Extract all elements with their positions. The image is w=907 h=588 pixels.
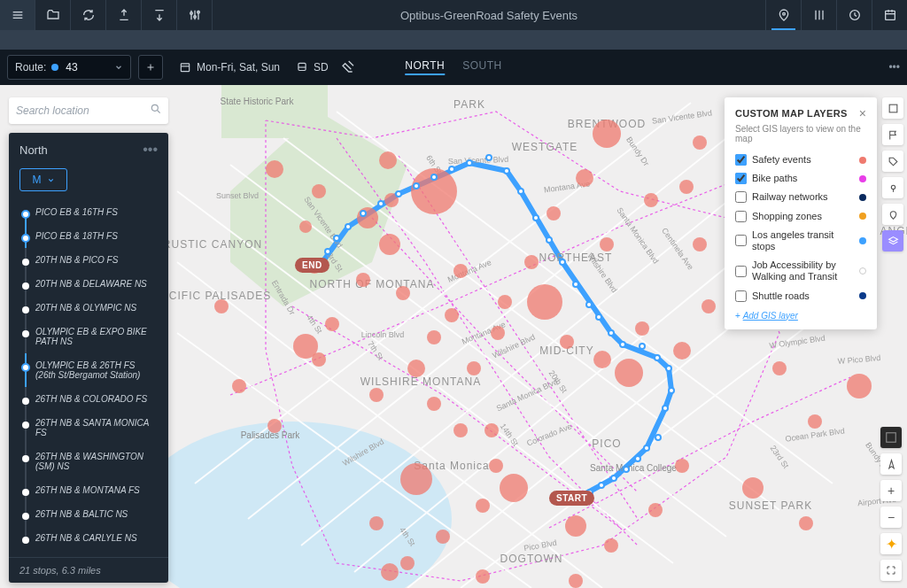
stop-item[interactable]: 26TH NB & SANTA MONICA FS — [19, 411, 158, 445]
pegman-button[interactable]: ✦ — [880, 533, 902, 554]
layer-checkbox[interactable] — [735, 173, 747, 184]
direction-letter-dropdown[interactable]: M — [19, 168, 67, 191]
stop-item[interactable]: 20TH NB & PICO FS — [19, 248, 158, 272]
route-stop-marker[interactable] — [572, 281, 579, 288]
route-stop-marker[interactable] — [517, 188, 524, 195]
stop-item[interactable]: 26TH NB & WASHINGTON (SM) NS — [19, 445, 158, 478]
layers-close-button[interactable]: × — [859, 106, 866, 120]
route-stop-marker[interactable] — [532, 214, 539, 221]
route-stop-marker[interactable] — [610, 475, 617, 482]
layer-label[interactable]: Bike paths — [752, 173, 854, 184]
add-gis-layer-link[interactable]: + Add GIS layer — [735, 311, 866, 321]
route-stop-marker[interactable] — [665, 365, 672, 372]
tool-crop[interactable] — [882, 97, 903, 119]
days-selector[interactable]: Mon-Fri, Sat, Sun — [179, 61, 280, 74]
route-stop-marker[interactable] — [466, 159, 473, 166]
settings-button[interactable] — [177, 0, 213, 30]
layer-checkbox[interactable] — [735, 191, 747, 203]
route-stop-marker[interactable] — [623, 466, 630, 473]
history-button[interactable] — [836, 0, 872, 30]
sd-selector[interactable]: SD — [296, 61, 329, 74]
map-canvas[interactable]: State Historic ParkPARKBRENTWOODWESTGATE… — [0, 85, 907, 588]
route-stop-marker[interactable] — [643, 445, 650, 452]
layer-label[interactable]: Safety events — [752, 154, 854, 166]
layer-label[interactable]: Railway networks — [752, 191, 854, 203]
start-badge: START — [549, 491, 594, 506]
stop-item[interactable]: OLYMPIC EB & 26TH FS (26th St/Bergamot S… — [19, 353, 158, 387]
route-stop-marker[interactable] — [485, 154, 492, 161]
fullscreen-button[interactable] — [880, 560, 902, 581]
stop-item[interactable]: PICO EB & 16TH FS — [19, 200, 158, 224]
route-view-button[interactable] — [801, 0, 836, 30]
route-stop-marker[interactable] — [619, 341, 626, 348]
stop-item[interactable]: 26TH NB & CARLYLE NS — [19, 526, 158, 550]
tab-north[interactable]: NORTH — [405, 59, 445, 75]
add-route-button[interactable] — [138, 55, 163, 80]
route-stop-marker[interactable] — [546, 236, 553, 244]
layer-label[interactable]: Shopping zones — [752, 211, 854, 222]
zoom-in-button[interactable]: + — [880, 480, 902, 501]
stop-item[interactable]: 20TH NB & DELAWARE NS — [19, 272, 158, 296]
route-stop-marker[interactable] — [598, 482, 605, 489]
export-button[interactable] — [106, 0, 142, 30]
route-stop-marker[interactable] — [395, 190, 402, 197]
route-stop-marker[interactable] — [668, 387, 675, 394]
route-stop-marker[interactable] — [595, 313, 602, 321]
route-stop-marker[interactable] — [333, 235, 340, 242]
route-stop-marker[interactable] — [448, 166, 455, 173]
tool-flag[interactable] — [882, 124, 903, 145]
tool-pin[interactable] — [882, 204, 903, 225]
satellite-toggle[interactable] — [880, 427, 902, 448]
route-stop-marker[interactable] — [655, 434, 662, 441]
layer-color-dot — [859, 213, 866, 220]
route-stop-marker[interactable] — [634, 455, 641, 462]
open-folder-button[interactable] — [35, 0, 71, 30]
stop-item[interactable]: PICO EB & 18TH FS — [19, 224, 158, 248]
map-view-button[interactable] — [765, 0, 801, 30]
layer-label[interactable]: Shuttle roads — [752, 290, 854, 302]
tab-south[interactable]: SOUTH — [462, 59, 502, 75]
layer-label[interactable]: Job Accessibility by Walking and Transit — [752, 259, 854, 282]
route-stop-marker[interactable] — [345, 223, 352, 230]
layer-checkbox[interactable] — [735, 290, 747, 302]
route-stop-marker[interactable] — [585, 301, 593, 308]
route-stop-marker[interactable] — [360, 210, 367, 217]
route-stop-marker[interactable] — [639, 343, 646, 350]
tool-add-marker[interactable] — [882, 177, 903, 198]
search-input[interactable] — [16, 104, 150, 117]
route-stop-marker[interactable] — [503, 167, 510, 174]
panel-more-button[interactable]: ••• — [143, 142, 158, 158]
stop-item[interactable]: 26TH NB & COLORADO FS — [19, 387, 158, 411]
search-location[interactable] — [9, 97, 168, 124]
layer-checkbox[interactable] — [735, 154, 747, 166]
recenter-button[interactable] — [880, 453, 902, 475]
layer-checkbox[interactable] — [735, 266, 747, 277]
calendar-button[interactable] — [872, 0, 907, 30]
stop-item[interactable]: 20TH NB & OLYMPIC NS — [19, 296, 158, 320]
import-button[interactable] — [142, 0, 177, 30]
route-stop-marker[interactable] — [413, 182, 420, 190]
route-label: Route: — [15, 61, 46, 74]
stop-item[interactable]: 26TH NB & MONTANA FS — [19, 478, 158, 502]
more-options-button[interactable]: ••• — [888, 61, 900, 74]
route-stop-marker[interactable] — [662, 405, 669, 412]
stop-item[interactable]: 26TH NB & BALTIC NS — [19, 502, 158, 526]
tool-tag[interactable] — [882, 151, 903, 172]
route-selector[interactable]: Route: 43 — [7, 55, 131, 80]
layer-checkbox[interactable] — [735, 211, 747, 222]
route-stop-marker[interactable] — [324, 248, 331, 255]
refresh-button[interactable] — [71, 0, 106, 30]
zoom-out-button[interactable]: − — [880, 507, 902, 528]
route-stop-marker[interactable] — [377, 200, 384, 207]
chevron-down-icon — [47, 176, 55, 184]
stop-item[interactable]: OLYMPIC EB & EXPO BIKE PATH NS — [19, 320, 158, 353]
route-stop-marker[interactable] — [430, 174, 438, 181]
route-stop-marker[interactable] — [559, 259, 566, 266]
layer-label[interactable]: Los angeles transit stops — [752, 229, 854, 252]
tool-layers[interactable] — [882, 230, 903, 251]
menu-button[interactable] — [0, 0, 35, 30]
layer-checkbox[interactable] — [735, 235, 747, 246]
route-stop-marker[interactable] — [654, 354, 661, 361]
eraser-button[interactable] — [341, 59, 355, 76]
route-stop-marker[interactable] — [608, 329, 615, 337]
